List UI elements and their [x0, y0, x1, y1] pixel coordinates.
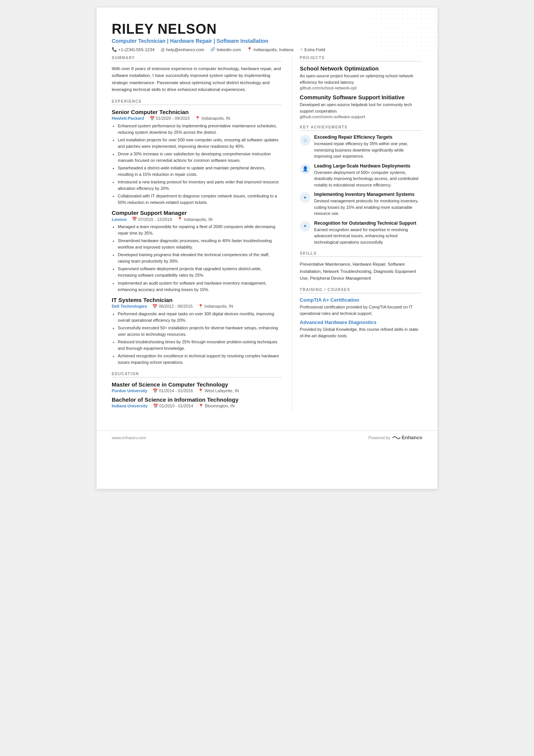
project-title-1: School Network Optimization — [300, 65, 422, 72]
training-label: TRAINING / COURSES — [300, 288, 422, 293]
phone-item: 📞 +1-(234)-555-1234 — [112, 47, 155, 52]
pin-icon-3: 📍 — [198, 304, 203, 309]
bullet-1-2: Led installation projects for over 500 n… — [118, 137, 281, 150]
achievement-desc-2: Overseen deployment of 500+ computer sys… — [314, 169, 422, 188]
location-3: 📍 Indianapolis, IN — [198, 304, 233, 309]
edu-entry-2: Bachelor of Science in Information Techn… — [112, 396, 281, 409]
bullet-3-1: Performed diagnostic and repair tasks on… — [118, 311, 281, 324]
achievement-content-3: Implementing Inventory Management System… — [314, 192, 422, 217]
summary-text: With over 8 years of extensive experienc… — [112, 65, 281, 93]
email-text: help@enhancv.com — [166, 47, 204, 52]
extra-item: ☆ Extra Field — [300, 47, 325, 52]
location-text: Indianapolis, Indiana — [253, 47, 294, 52]
right-column: PROJECTS School Network Optimization An … — [292, 56, 422, 412]
dates-1: 📅 01/2020 - 09/2023 — [150, 116, 190, 121]
achievement-title-4: Recognition for Outstanding Technical Su… — [314, 221, 422, 226]
extra-text: Extra Field — [304, 47, 325, 52]
achievement-icon-wrap-4: ✦ — [300, 221, 311, 232]
left-column: SUMMARY With over 8 years of extensive e… — [112, 56, 292, 412]
company-2: Lenovo — [112, 217, 126, 222]
bullets-2: Managed a team responsible for repairing… — [112, 224, 281, 293]
achievement-3: ✦ Implementing Inventory Management Syst… — [300, 192, 422, 217]
email-item: @ help@enhancv.com — [161, 47, 204, 52]
resume-page: RILEY NELSON Computer Technician | Hardw… — [97, 8, 437, 489]
bullet-2-5: Implemented an audit system for software… — [118, 280, 281, 293]
resume-header: RILEY NELSON Computer Technician | Hardw… — [112, 21, 422, 52]
edu-location-1: 📍 West Lafayette, IN — [198, 388, 239, 393]
achievement-1: ☆ Exceeding Repair Efficiency Targets In… — [300, 135, 422, 160]
enhancv-logo: Enhancv — [392, 435, 422, 441]
bullet-1-6: Collaborated with IT department to diagn… — [118, 193, 281, 206]
project-link-2: github.com/comm-software-support — [300, 114, 422, 119]
job-title-3: IT Systems Technician — [112, 297, 281, 303]
achievements-label: KEY ACHIEVEMENTS — [300, 125, 422, 131]
job-entry-3: IT Systems Technician Dell Technologies … — [112, 297, 281, 366]
location-item: 📍 Indianapolis, Indiana — [247, 47, 294, 52]
calendar-icon-3: 📅 — [152, 304, 158, 309]
award-achievement-icon: ✦ — [303, 223, 307, 229]
training-title-2: Advanced Hardware Diagnostics — [300, 319, 422, 325]
project-entry-2: Community Software Support Initiative De… — [300, 94, 422, 119]
pin-icon-2: 📍 — [177, 217, 183, 222]
bullet-1-3: Drove a 30% increase in user satisfactio… — [118, 151, 281, 164]
project-title-2: Community Software Support Initiative — [300, 94, 422, 100]
edu-pin-1: 📍 — [198, 388, 203, 393]
achievement-content-2: Leading Large-Scale Hardware Deployments… — [314, 163, 422, 188]
powered-by-text: Powered by — [368, 435, 390, 440]
bullet-3-4: Achieved recognition for excellence in t… — [118, 353, 281, 366]
edu-degree-1: Master of Science in Computer Technology — [112, 381, 281, 388]
achievement-icon-wrap-2: 👤 — [300, 164, 311, 174]
pin-icon-1: 📍 — [195, 116, 200, 121]
achievement-icon-wrap-3: ✦ — [300, 192, 311, 203]
website-item: 🔗 linkedin.com — [210, 47, 241, 52]
page-footer: www.enhancv.com Powered by Enhancv — [97, 430, 437, 445]
skills-label: SKILLS — [300, 251, 422, 257]
achievement-icon-wrap-1: ☆ — [300, 135, 311, 146]
edu-school-1: Purdue University — [112, 388, 147, 393]
job-meta-3: Dell Technologies 📅 06/2012 - 06/2015 📍 … — [112, 304, 281, 309]
project-entry-1: School Network Optimization An open-sour… — [300, 65, 422, 90]
skills-text: Preventative Maintenance, Hardware Repai… — [300, 261, 422, 282]
calendar-icon-1: 📅 — [150, 116, 155, 121]
dates-3: 📅 06/2012 - 06/2015 — [152, 304, 192, 309]
job-meta-2: Lenovo 📅 07/2015 - 12/2019 📍 Indianapoli… — [112, 217, 281, 222]
bullet-3-3: Reduced troubleshooting times by 25% thr… — [118, 339, 281, 352]
job-title-1: Senior Computer Technician — [112, 109, 281, 115]
project-desc-1: An open-source project focused on optimi… — [300, 73, 422, 86]
star-achievement-icon: ☆ — [303, 138, 308, 143]
location-icon: 📍 — [247, 47, 252, 52]
edu-school-2: Indiana University — [112, 404, 148, 408]
training-desc-1: Professional certification provided by C… — [300, 304, 422, 316]
bullet-2-3: Developed training programs that elevate… — [118, 252, 281, 265]
job-entry-2: Computer Support Manager Lenovo 📅 07/201… — [112, 210, 281, 293]
company-1: Hewlett-Packard — [112, 116, 144, 121]
calendar-icon-2: 📅 — [132, 217, 137, 222]
achievement-title-2: Leading Large-Scale Hardware Deployments — [314, 163, 422, 169]
bullets-3: Performed diagnostic and repair tasks on… — [112, 311, 281, 366]
training-desc-2: Provided by Global Knowledge, this cours… — [300, 326, 422, 339]
bullet-1-4: Spearheaded a district-wide initiative t… — [118, 165, 281, 178]
training-title-1: CompTIA A+ Certification — [300, 297, 422, 303]
education-label: EDUCATION — [112, 372, 281, 377]
link-icon: 🔗 — [210, 47, 215, 52]
diamond-achievement-icon: ✦ — [303, 195, 307, 200]
edu-pin-2: 📍 — [198, 404, 204, 409]
training-entry-1: CompTIA A+ Certification Professional ce… — [300, 297, 422, 316]
footer-url: www.enhancv.com — [112, 435, 146, 440]
edu-location-2: 📍 Bloomington, IN — [198, 404, 234, 409]
achievement-desc-3: Devised management protocols for monitor… — [314, 198, 422, 217]
experience-label: EXPERIENCE — [112, 99, 281, 105]
bullet-2-1: Managed a team responsible for repairing… — [118, 224, 281, 236]
dates-2: 📅 07/2015 - 12/2019 — [132, 217, 172, 222]
contact-line: 📞 +1-(234)-555-1234 @ help@enhancv.com 🔗… — [112, 47, 422, 52]
email-icon: @ — [161, 47, 165, 52]
edu-meta-2: Indiana University 📅 01/2010 - 01/2014 📍… — [112, 404, 281, 409]
candidate-name: RILEY NELSON — [112, 21, 422, 37]
person-achievement-icon: 👤 — [302, 166, 308, 172]
achievement-desc-1: Increased repair efficiency by 35% withi… — [314, 141, 422, 160]
bullet-2-2: Streamlined hardware diagnostic processe… — [118, 238, 281, 250]
achievement-title-3: Implementing Inventory Management System… — [314, 192, 422, 197]
project-link-1: github.com/school-network-opt — [300, 86, 422, 90]
bullet-3-2: Successfully executed 50+ installation p… — [118, 325, 281, 338]
bullet-2-4: Supervised software deployment projects … — [118, 266, 281, 279]
